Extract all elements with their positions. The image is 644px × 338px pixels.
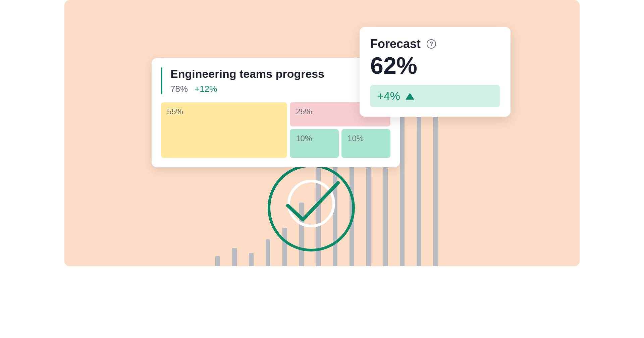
treemap-tile-mint-b: 10% [341, 129, 390, 158]
bar [232, 248, 237, 266]
forecast-card: Forecast ? 62% +4% [360, 27, 511, 117]
forecast-delta-badge: +4% [370, 85, 500, 107]
forecast-delta-text: +4% [377, 90, 400, 103]
accent-bar [161, 67, 162, 94]
progress-percent: 78% [170, 84, 188, 94]
progress-title: Engineering teams progress [170, 67, 324, 80]
bar [249, 253, 254, 266]
forecast-value: 62% [370, 53, 500, 79]
progress-delta: +12% [195, 84, 217, 94]
bar [400, 117, 405, 266]
checkmark-badge [268, 164, 355, 251]
triangle-up-icon [406, 93, 414, 100]
checkmark-icon [276, 176, 346, 233]
dashboard-stage: Engineering teams progress 78% +12% 55% … [64, 0, 580, 266]
bar [366, 161, 371, 266]
bar [433, 100, 438, 266]
forecast-title: Forecast [370, 37, 421, 51]
treemap-tile-main: 55% [161, 102, 287, 158]
bar [417, 109, 421, 266]
progress-stats: 78% +12% [170, 84, 324, 94]
treemap: 55% 25% 10% 10% [161, 102, 390, 158]
help-icon[interactable]: ? [427, 39, 436, 49]
treemap-tile-mint-a: 10% [290, 129, 339, 158]
forecast-header: Forecast ? [370, 37, 500, 51]
bar [215, 256, 220, 266]
progress-header: Engineering teams progress 78% +12% [161, 67, 390, 94]
